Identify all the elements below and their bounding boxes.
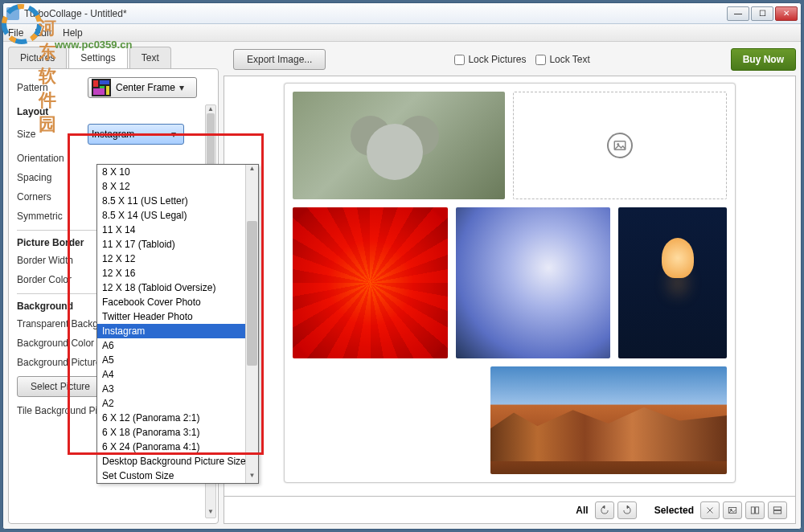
- svg-rect-6: [106, 86, 109, 95]
- tab-settings[interactable]: Settings: [68, 47, 127, 68]
- size-option[interactable]: Instagram: [97, 324, 258, 338]
- select-picture-button[interactable]: Select Picture: [17, 376, 104, 397]
- symmetric-label: Symmetric: [17, 211, 88, 222]
- all-label: All: [576, 505, 588, 516]
- collage-cell-blank[interactable]: [293, 366, 482, 474]
- size-option[interactable]: 11 X 17 (Tabloid): [97, 237, 258, 252]
- size-option[interactable]: A5: [97, 353, 258, 367]
- menubar: File Edit Help: [3, 24, 801, 42]
- size-option[interactable]: 8.5 X 11 (US Letter): [97, 194, 258, 208]
- rotate-right-button[interactable]: [617, 501, 637, 519]
- delete-button[interactable]: [700, 501, 720, 519]
- close-button[interactable]: ✕: [775, 6, 798, 21]
- svg-rect-14: [773, 506, 781, 509]
- size-combo[interactable]: Instagram ▾: [88, 124, 184, 145]
- size-option[interactable]: Twitter Header Photo: [97, 309, 258, 324]
- tab-pictures[interactable]: Pictures: [8, 47, 67, 68]
- svg-rect-13: [756, 506, 759, 513]
- spacing-label: Spacing: [17, 172, 88, 183]
- size-value: Instagram: [92, 129, 167, 140]
- size-option[interactable]: 8 X 12: [97, 179, 258, 194]
- pattern-combo[interactable]: Center Frame ▾: [88, 77, 197, 98]
- pattern-swatch-icon: [92, 79, 111, 96]
- menu-file[interactable]: File: [8, 27, 23, 39]
- pattern-value: Center Frame: [116, 82, 175, 93]
- size-option[interactable]: A4: [97, 367, 258, 382]
- scroll-down-icon[interactable]: ▼: [246, 472, 258, 483]
- size-label: Size: [17, 129, 88, 140]
- titlebar: TurboCollage - Untitled* — ☐ ✕: [3, 3, 801, 24]
- svg-rect-15: [773, 510, 781, 514]
- layout-section-title: Layout: [17, 106, 210, 117]
- lock-text-control[interactable]: Lock Text: [535, 54, 589, 65]
- pattern-label: Pattern: [17, 82, 88, 93]
- split-vertical-button[interactable]: [745, 501, 765, 519]
- border-color-label: Border Color: [17, 274, 105, 285]
- size-option[interactable]: 12 X 18 (Tabloid Oversize): [97, 280, 258, 295]
- export-image-button[interactable]: Export Image...: [233, 49, 326, 70]
- svg-rect-3: [93, 80, 98, 87]
- rotate-left-button[interactable]: [595, 501, 614, 519]
- size-option[interactable]: 6 X 24 (Panorama 4:1): [97, 440, 258, 454]
- dropdown-scrollbar[interactable]: ▲ ▼: [245, 165, 258, 483]
- svg-rect-12: [751, 506, 754, 513]
- svg-rect-4: [100, 80, 109, 84]
- orientation-label: Orientation: [17, 153, 88, 164]
- window-title: TurboCollage - Untitled*: [24, 8, 727, 19]
- collage-cell-empty[interactable]: [513, 92, 727, 199]
- size-option[interactable]: Desktop Background Picture Size: [97, 454, 258, 469]
- size-option[interactable]: 8.5 X 14 (US Legal): [97, 208, 258, 223]
- collage-canvas[interactable]: [284, 83, 736, 483]
- lock-pictures-checkbox[interactable]: [454, 55, 465, 65]
- menu-edit[interactable]: Edit: [35, 27, 51, 39]
- scroll-up-icon[interactable]: ▲: [246, 165, 258, 176]
- chevron-down-icon: ▾: [175, 82, 188, 93]
- image-placeholder-icon: [607, 133, 633, 158]
- fit-button[interactable]: [723, 501, 742, 519]
- scroll-thumb[interactable]: [247, 221, 257, 366]
- size-option[interactable]: Set Custom Size: [97, 469, 258, 483]
- collage-cell-blue-flower[interactable]: [456, 207, 611, 358]
- tab-text[interactable]: Text: [129, 47, 171, 68]
- size-option[interactable]: Facebook Cover Photo: [97, 295, 258, 309]
- lock-pictures-control[interactable]: Lock Pictures: [454, 54, 526, 65]
- left-tabs: Pictures Settings Text: [8, 47, 219, 68]
- chevron-down-icon: ▾: [167, 129, 180, 140]
- size-option[interactable]: 11 X 14: [97, 223, 258, 237]
- collage-cell-desert[interactable]: [490, 366, 727, 474]
- size-option[interactable]: A6: [97, 338, 258, 353]
- svg-rect-7: [93, 88, 105, 95]
- size-option[interactable]: 8 X 10: [97, 165, 258, 179]
- size-dropdown-list[interactable]: ▲ ▼ 8 X 108 X 128.5 X 11 (US Letter)8.5 …: [96, 164, 259, 484]
- collage-cell-red-flower[interactable]: [293, 207, 448, 358]
- scroll-down-icon[interactable]: ▼: [206, 508, 215, 518]
- app-icon: [6, 7, 19, 20]
- split-horizontal-button[interactable]: [768, 501, 787, 519]
- bottom-toolbar: All Selected: [224, 497, 796, 524]
- selected-label: Selected: [654, 505, 694, 516]
- size-option[interactable]: A2: [97, 396, 258, 411]
- canvas-area: [224, 76, 796, 497]
- collage-cell-jellyfish[interactable]: [618, 207, 727, 358]
- size-option[interactable]: 6 X 18 (Panorama 3:1): [97, 425, 258, 440]
- size-option[interactable]: 6 X 12 (Panorama 2:1): [97, 411, 258, 425]
- menu-help[interactable]: Help: [63, 27, 83, 39]
- border-width-label: Border Width: [17, 255, 105, 266]
- size-option[interactable]: 12 X 12: [97, 252, 258, 266]
- size-option[interactable]: 12 X 16: [97, 266, 258, 280]
- minimize-button[interactable]: —: [727, 6, 749, 21]
- size-option[interactable]: A3: [97, 382, 258, 396]
- corners-label: Corners: [17, 191, 88, 203]
- maximize-button[interactable]: ☐: [751, 6, 773, 21]
- collage-cell-koala[interactable]: [293, 92, 505, 199]
- buy-now-button[interactable]: Buy Now: [731, 48, 796, 71]
- lock-text-checkbox[interactable]: [535, 55, 546, 65]
